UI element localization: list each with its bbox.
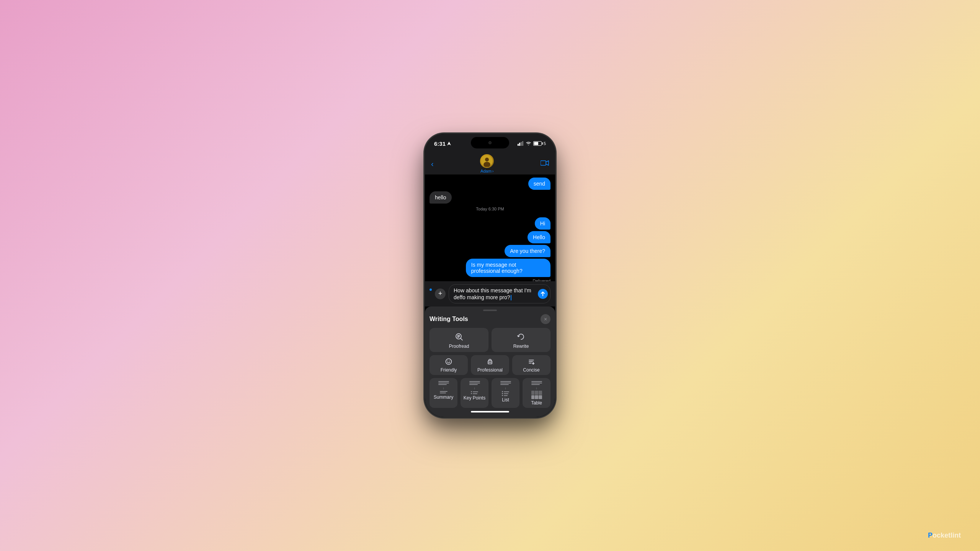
- proofread-label: Proofread: [449, 344, 469, 349]
- status-bar: 6:31: [425, 134, 555, 153]
- writing-tools-close-button[interactable]: ×: [541, 314, 550, 324]
- writing-tools-header: Writing Tools ×: [430, 314, 550, 324]
- key-points-label: Key Points: [464, 395, 485, 401]
- svg-point-15: [448, 361, 448, 362]
- messages-area: send hello Today 6:30 PM Hi Hello Are yo…: [425, 174, 555, 281]
- summary-icon: ↓: [438, 381, 449, 393]
- friendly-button[interactable]: Friendly: [430, 355, 468, 375]
- message-delivered-status: Delivered: [430, 279, 550, 281]
- message-sent-send: send: [528, 178, 550, 190]
- send-icon: [541, 292, 545, 296]
- friendly-label: Friendly: [441, 367, 457, 373]
- writing-tools-panel: Writing Tools ×: [425, 306, 555, 417]
- wifi-icon: [526, 141, 531, 146]
- professional-icon: [487, 358, 493, 366]
- message-input-container[interactable]: How about this message that I'm deffo ma…: [449, 284, 550, 303]
- table-button[interactable]: ↓ Table: [523, 378, 550, 408]
- professional-label: Professional: [477, 367, 503, 373]
- nav-bar: ‹ Adam ›: [425, 153, 555, 174]
- list-label: List: [502, 397, 509, 403]
- video-call-button[interactable]: [541, 160, 549, 168]
- svg-rect-2: [519, 143, 520, 146]
- contact-avatar: [480, 154, 494, 168]
- rewrite-button[interactable]: Rewrite: [492, 328, 550, 352]
- table-label: Table: [531, 400, 542, 406]
- message-timestamp: Today 6:30 PM: [430, 207, 550, 211]
- writing-tools-row-2: Friendly Professional: [430, 355, 550, 375]
- pocketlint-watermark: Pocketlint: [928, 531, 961, 540]
- friendly-icon: [445, 358, 452, 366]
- message-input-text[interactable]: How about this message that I'm deffo ma…: [454, 287, 535, 301]
- battery-icon: [533, 141, 542, 146]
- professional-button[interactable]: Professional: [471, 355, 509, 375]
- back-button[interactable]: ‹: [431, 160, 434, 168]
- input-area: + How about this message that I'm deffo …: [425, 281, 555, 306]
- rewrite-icon: [517, 333, 525, 342]
- phone-frame: 6:31: [425, 134, 555, 417]
- writing-tools-title: Writing Tools: [430, 316, 468, 323]
- svg-rect-8: [541, 161, 546, 165]
- svg-point-14: [446, 359, 452, 365]
- contact-name: Adam ›: [480, 169, 493, 173]
- writing-tools-row-1: Proofread Rewrite: [430, 328, 550, 352]
- message-sent-professional: Is my message not professional enough?: [466, 259, 550, 277]
- key-points-button[interactable]: ↓ Key Points: [461, 378, 488, 408]
- table-icon: ↓: [531, 381, 542, 399]
- writing-tools-row-3: ↓ Summary ↓: [430, 378, 550, 408]
- concise-label: Concise: [523, 367, 539, 373]
- home-indicator: [471, 411, 509, 412]
- message-received-hello: hello: [430, 191, 452, 204]
- svg-point-6: [485, 158, 489, 161]
- summary-button[interactable]: ↓ Summary: [430, 378, 457, 408]
- rewrite-label: Rewrite: [513, 344, 529, 349]
- concise-button[interactable]: Concise: [512, 355, 550, 375]
- message-sent-areyouthere: Are you there?: [505, 245, 550, 257]
- camera-dot: [488, 141, 492, 144]
- svg-rect-1: [518, 144, 519, 146]
- send-button[interactable]: [538, 289, 548, 299]
- bubble-indicator: [430, 289, 432, 291]
- status-icons: 5: [518, 141, 546, 146]
- text-cursor: [511, 295, 511, 300]
- battery-label: 5: [544, 141, 546, 146]
- proofread-icon: [455, 333, 463, 342]
- list-button[interactable]: ↓: [492, 378, 519, 408]
- svg-rect-4: [522, 141, 523, 146]
- svg-point-16: [449, 361, 450, 362]
- battery-fill: [534, 142, 538, 145]
- avatar-image: [481, 155, 493, 167]
- summary-label: Summary: [434, 395, 453, 400]
- location-icon: [447, 142, 451, 145]
- status-time: 6:31: [434, 140, 451, 147]
- key-points-icon: ↓: [469, 381, 480, 394]
- list-icon: ↓: [500, 381, 511, 396]
- signal-icon: [518, 141, 524, 146]
- svg-marker-0: [447, 142, 451, 145]
- svg-rect-3: [521, 142, 522, 146]
- proofread-button[interactable]: Proofread: [430, 328, 488, 352]
- message-sent-hello: Hello: [528, 231, 550, 243]
- contact-info[interactable]: Adam ›: [480, 154, 494, 173]
- dynamic-island: [471, 137, 509, 148]
- add-attachment-button[interactable]: +: [435, 289, 446, 299]
- screen: 6:31: [425, 134, 555, 417]
- message-sent-hi: Hi: [535, 217, 550, 230]
- video-icon: [541, 160, 549, 166]
- drag-handle[interactable]: [483, 310, 497, 311]
- concise-icon: [528, 358, 535, 366]
- svg-line-10: [461, 339, 463, 341]
